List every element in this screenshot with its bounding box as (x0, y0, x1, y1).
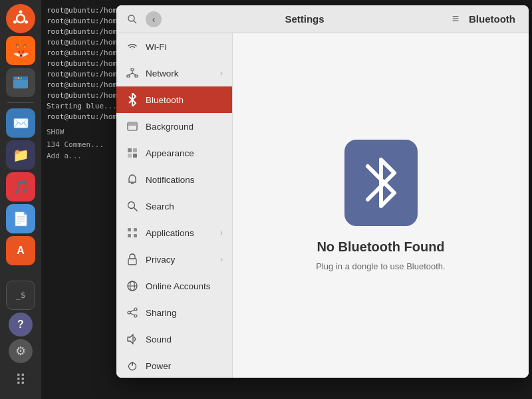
back-button[interactable]: ‹ (146, 11, 162, 27)
bluetooth-large-icon (361, 153, 401, 213)
network-label: Network (146, 68, 213, 78)
privacy-label: Privacy (146, 255, 213, 265)
online-accounts-icon (126, 279, 139, 293)
appearance-icon (126, 146, 139, 160)
svg-line-26 (134, 208, 138, 211)
settings-titlebar: ‹ Settings ≡ Bluetooth (116, 5, 529, 33)
svg-rect-23 (133, 154, 137, 158)
svg-point-35 (134, 308, 137, 311)
svg-point-37 (134, 315, 137, 317)
svg-rect-20 (128, 148, 132, 152)
svg-line-39 (130, 313, 134, 315)
applications-arrow: › (220, 228, 223, 237)
taskbar-divider-1 (7, 102, 34, 103)
svg-rect-30 (134, 234, 137, 237)
bluetooth-header-label: Bluetooth (469, 13, 515, 25)
help-icon[interactable]: ? (9, 313, 33, 336)
wifi-label: Wi-Fi (146, 42, 223, 52)
sidebar-item-notifications[interactable]: Notifications (116, 166, 232, 193)
svg-rect-19 (128, 122, 137, 126)
svg-marker-40 (128, 334, 133, 344)
search-icon[interactable] (124, 11, 140, 27)
settings-icon[interactable]: ⚙ (9, 339, 33, 363)
notifications-label: Notifications (146, 175, 223, 185)
svg-point-10 (128, 15, 134, 21)
privacy-arrow: › (220, 255, 223, 264)
bluetooth-icon (126, 93, 139, 106)
ubuntu-icon[interactable] (6, 4, 35, 33)
applications-label: Applications (146, 228, 213, 238)
sidebar-item-wifi[interactable]: Wi-Fi (116, 33, 232, 60)
taskbar: 🦊 ✉️ 📁 🎵 📄 A _$ ? ⚙ ⠿ (0, 0, 41, 399)
appearance-label: Appearance (146, 148, 223, 158)
svg-rect-28 (134, 228, 137, 231)
svg-rect-13 (127, 75, 130, 77)
svg-rect-31 (128, 259, 136, 265)
svg-point-9 (21, 77, 22, 78)
wifi-icon (126, 40, 139, 53)
settings-body: Wi-Fi Network › Bluetooth (116, 33, 529, 378)
svg-line-17 (132, 73, 136, 75)
svg-rect-14 (135, 75, 138, 77)
settings-content: No Bluetooth Found Plug in a dongle to u… (233, 33, 529, 378)
svg-rect-12 (131, 68, 134, 70)
notifications-icon (126, 173, 139, 186)
browser-icon[interactable] (6, 68, 35, 97)
sound-label: Sound (146, 334, 223, 344)
docs-icon[interactable]: 📄 (6, 204, 35, 233)
svg-line-11 (134, 21, 136, 23)
sidebar-item-sharing[interactable]: Sharing (116, 299, 232, 326)
svg-line-16 (128, 73, 132, 75)
no-bluetooth-subtitle: Plug in a dongle to use Bluetooth. (316, 261, 445, 271)
privacy-icon (126, 253, 139, 266)
svg-point-8 (18, 77, 19, 78)
mail-icon[interactable]: ✉️ (6, 108, 35, 138)
svg-rect-22 (128, 154, 132, 158)
apps-grid-icon[interactable]: ⠿ (6, 366, 35, 395)
applications-icon (126, 226, 139, 239)
appstore-icon[interactable]: A (6, 236, 35, 265)
bluetooth-icon-container (344, 140, 418, 226)
background-label: Background (146, 122, 223, 132)
search-label: Search (146, 201, 223, 211)
music-icon[interactable]: 🎵 (6, 172, 35, 201)
sidebar-item-appearance[interactable]: Appearance (116, 140, 232, 166)
svg-point-7 (15, 77, 17, 78)
settings-window: ‹ Settings ≡ Bluetooth Wi-Fi Network › (116, 5, 529, 378)
bluetooth-label: Bluetooth (146, 95, 223, 105)
sidebar-item-bluetooth[interactable]: Bluetooth (116, 86, 232, 113)
sidebar-item-search[interactable]: Search (116, 193, 232, 219)
settings-title: Settings (167, 13, 442, 25)
svg-rect-29 (128, 234, 131, 237)
sidebar-item-sound[interactable]: Sound (116, 326, 232, 352)
power-label: Power (146, 361, 223, 371)
sidebar-item-privacy[interactable]: Privacy › (116, 246, 232, 273)
sharing-label: Sharing (146, 308, 223, 318)
sidebar-item-background[interactable]: Background (116, 113, 232, 140)
folder-icon[interactable]: 📁 (6, 140, 35, 170)
svg-line-38 (130, 310, 134, 312)
svg-point-4 (13, 21, 17, 24)
power-icon (126, 359, 139, 372)
svg-point-3 (25, 21, 28, 24)
sidebar-item-online-accounts[interactable]: Online Accounts (116, 273, 232, 299)
svg-rect-27 (128, 228, 131, 231)
network-arrow: › (220, 68, 223, 78)
network-icon (126, 66, 139, 80)
firefox-icon[interactable]: 🦊 (6, 36, 35, 65)
settings-sidebar: Wi-Fi Network › Bluetooth (116, 33, 233, 378)
sharing-icon (126, 306, 139, 319)
menu-button[interactable]: ≡ (448, 11, 464, 27)
sound-icon (126, 332, 139, 346)
background-icon (126, 120, 139, 133)
svg-rect-21 (133, 148, 137, 152)
sidebar-item-network[interactable]: Network › (116, 60, 232, 86)
search-sidebar-icon (126, 200, 139, 213)
sidebar-item-power[interactable]: Power (116, 352, 232, 378)
terminal-icon[interactable]: _$ (6, 281, 35, 310)
no-bluetooth-title: No Bluetooth Found (317, 239, 444, 255)
online-accounts-label: Online Accounts (146, 281, 223, 291)
svg-point-2 (19, 11, 23, 14)
sidebar-item-applications[interactable]: Applications › (116, 219, 232, 246)
svg-point-36 (128, 311, 130, 314)
